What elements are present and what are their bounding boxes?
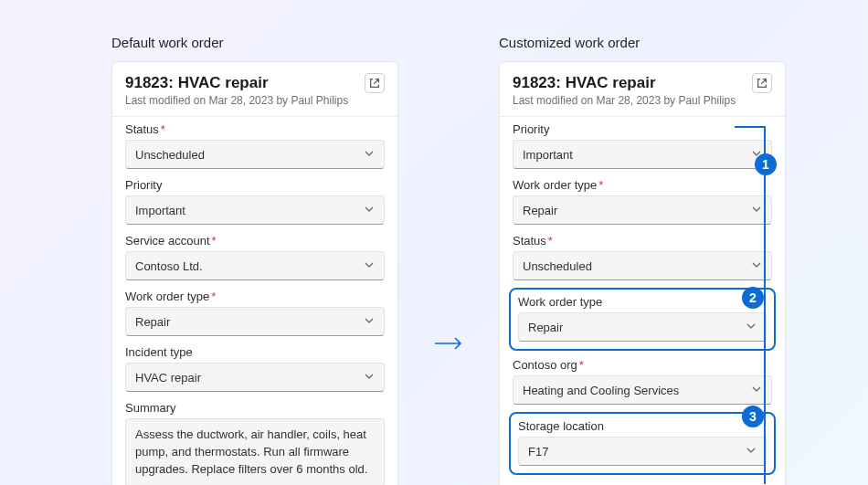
select-value: Important [523,148,573,162]
status-select[interactable]: Unscheduled [513,251,772,280]
popout-icon[interactable] [365,73,385,93]
callout-connector-line [764,126,766,484]
select-value: Repair [135,315,170,329]
field-label: Work order type [518,295,602,309]
storage-location-select[interactable]: F17 [518,437,767,466]
chevron-down-icon [364,371,375,385]
field-label: Summary [125,401,176,415]
required-indicator: * [579,358,584,372]
highlighted-work-order-type-field: Work order type Repair [509,288,776,351]
select-value: F17 [528,445,548,459]
field-label: Priority [513,122,549,136]
summary-field: Summary Assess the ductwork, air handler… [125,401,385,485]
select-value: Important [135,204,185,217]
required-indicator: * [211,290,216,303]
field-label: Status [513,234,546,248]
required-indicator: * [598,178,603,192]
chevron-down-icon [746,321,757,334]
callout-badge-3: 3 [742,406,764,427]
select-value: Repair [523,204,557,217]
select-value: Unscheduled [135,148,205,162]
service-account-select[interactable]: Contoso Ltd. [125,251,385,280]
contoso-org-field: Contoso org* Heating and Cooling Service… [513,358,772,405]
popout-icon[interactable] [752,73,772,93]
chevron-down-icon [751,204,762,217]
required-indicator: * [161,122,165,136]
default-work-order-column: Default work order 91823: HVAC repair La… [111,35,398,485]
field-label: Priority [125,178,162,192]
chevron-down-icon [751,259,762,273]
work-order-card-default: 91823: HVAC repair Last modified on Mar … [111,61,398,485]
priority-field: Priority Important [513,122,772,169]
chevron-down-icon [364,259,375,273]
card-title: 91823: HVAC repair [513,73,752,92]
field-label: Service account [125,234,210,248]
highlighted-storage-location-field: Storage location F17 [509,412,776,475]
field-label: Incident type [125,345,193,359]
incident-type-field: Incident type HVAC repair [125,345,385,392]
arrow-right-icon [433,335,464,355]
status-field: Status* Unscheduled [513,234,772,280]
chevron-down-icon [364,148,375,162]
priority-select[interactable]: Important [125,195,385,225]
work-order-type-select[interactable]: Repair [518,312,767,342]
card-header: 91823: HVAC repair Last modified on Mar … [112,62,397,117]
status-select[interactable]: Unscheduled [125,140,385,169]
chevron-down-icon [746,445,757,459]
callout-connector-line [735,126,766,128]
work-order-type-a-field: Work order type* Repair [513,178,772,225]
select-value: Heating and Cooling Services [523,384,679,397]
field-label: Work order type [513,178,597,192]
chevron-down-icon [751,384,762,397]
field-label: Status [125,122,159,136]
required-indicator: * [548,234,553,248]
service-account-field: Service account* Contoso Ltd. [125,234,385,280]
chevron-down-icon [364,315,375,329]
work-order-type-field: Work order type* Repair [125,290,385,336]
card-header: 91823: HVAC repair Last modified on Mar … [500,62,785,117]
contoso-org-select[interactable]: Heating and Cooling Services [513,375,772,405]
column-title: Default work order [111,35,398,50]
field-label: Contoso org [513,358,577,372]
priority-select[interactable]: Important [513,140,772,169]
required-indicator: * [212,234,217,248]
card-title: 91823: HVAC repair [125,73,365,92]
select-value: Repair [528,321,563,334]
select-value: Contoso Ltd. [135,259,203,273]
work-order-type-select[interactable]: Repair [513,195,772,225]
column-title: Customized work order [499,35,786,50]
chevron-down-icon [364,204,375,217]
work-order-type-select[interactable]: Repair [125,307,385,336]
incident-type-select[interactable]: HVAC repair [125,363,385,392]
priority-field: Priority Important [125,178,385,225]
callout-badge-1: 1 [755,153,777,175]
select-value: Unscheduled [523,259,592,273]
field-label: Work order type [125,290,209,303]
card-subtitle: Last modified on Mar 28, 2023 by Paul Ph… [125,94,365,107]
status-field: Status* Unscheduled [125,122,385,169]
summary-textarea[interactable]: Assess the ductwork, air handler, coils,… [125,418,385,485]
card-subtitle: Last modified on Mar 28, 2023 by Paul Ph… [513,94,752,107]
field-label: Storage location [518,419,604,433]
select-value: HVAC repair [135,371,201,385]
callout-badge-2: 2 [742,287,764,309]
